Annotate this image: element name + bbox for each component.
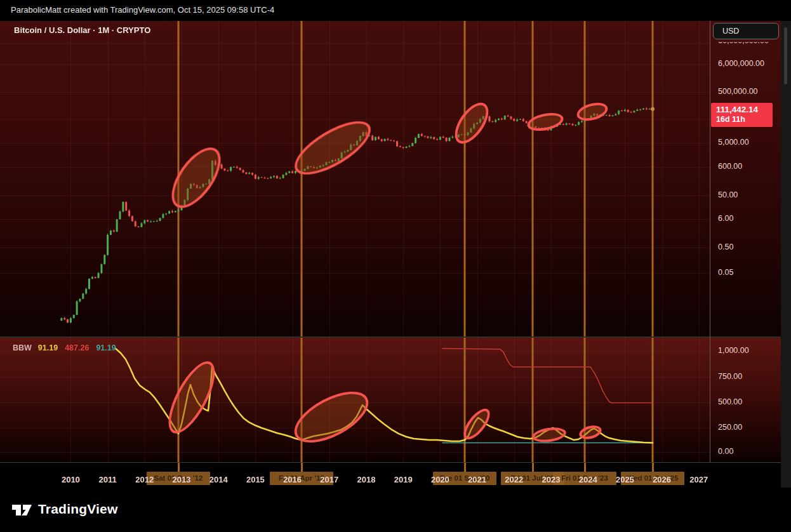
price-tick: 500,000.00	[718, 87, 758, 96]
year-label: 2025	[616, 475, 634, 484]
price-axis-separator	[710, 336, 781, 338]
year-label: 2010	[62, 475, 80, 484]
bbw-legend[interactable]: BBW91.19487.2691.19	[13, 343, 123, 352]
price-tick: 0.00	[718, 447, 733, 456]
price-tick: 6,000,000.00	[718, 59, 764, 68]
price-tick: 750.00	[718, 372, 742, 381]
year-label: 2027	[689, 475, 708, 484]
price-tick: 6.00	[718, 214, 733, 223]
attribution-bar: ParabolicMatt created with TradingView.c…	[0, 0, 791, 21]
year-label: 2013	[173, 475, 191, 484]
price-tick: 0.05	[718, 268, 733, 277]
tradingview-published-chart: ParabolicMatt created with TradingView.c…	[0, 0, 791, 532]
bar-countdown: 16d 11h	[716, 115, 773, 124]
price-tick: 500.00	[718, 397, 742, 406]
bbw-indicator-name: BBW	[13, 343, 32, 352]
year-label: 2022	[505, 475, 523, 484]
tradingview-logo-text[interactable]: TradingView	[38, 502, 118, 517]
event-line-stub	[532, 463, 534, 472]
last-price-badge: 111,442.14 16d 11h	[711, 103, 773, 127]
chart-region: Bitcoin / U.S. Dollar · 1M · CRYPTO BBW9…	[0, 21, 791, 488]
year-label: 2016	[283, 475, 302, 484]
year-label: 2011	[98, 475, 116, 484]
year-label: 2018	[357, 475, 376, 484]
tradingview-logo-icon[interactable]	[10, 498, 34, 522]
year-label: 2019	[394, 475, 413, 484]
price-tick: 1,000.00	[718, 346, 749, 355]
price-axis-main-section	[710, 21, 781, 337]
bbw-legend-value: 487.26	[65, 343, 89, 352]
year-label: 2024	[579, 475, 597, 484]
year-label: 2021	[468, 475, 486, 484]
price-tick: 250.00	[718, 423, 742, 432]
price-axis[interactable]: 60,000,000.006,000,000.00500,000.005,000…	[710, 21, 781, 488]
year-label: 2012	[135, 475, 154, 484]
year-label: 2020	[431, 475, 449, 484]
year-label: 2014	[209, 475, 228, 484]
attribution-text: ParabolicMatt created with TradingView.c…	[11, 5, 274, 15]
time-axis[interactable]: Sat 01 Dec '12Fri 01 Apr '16Tue 01 Sep '…	[0, 462, 781, 488]
main-price-pane[interactable]	[0, 21, 710, 337]
event-line-stub	[301, 463, 303, 472]
bbw-legend-value: 91.19	[38, 343, 58, 352]
event-line-stub	[584, 463, 586, 472]
price-tick: 5,000.00	[718, 138, 749, 147]
bbw-legend-value: 91.19	[96, 343, 116, 352]
event-line-stub	[464, 463, 466, 472]
event-line-stub	[178, 463, 180, 472]
year-label: 2026	[653, 475, 671, 484]
event-line-stub	[652, 463, 654, 472]
scrollbar-thumb[interactable]	[784, 27, 787, 84]
year-label: 2023	[542, 475, 561, 484]
currency-toggle-button[interactable]: USD	[713, 23, 779, 39]
price-tick: 0.50	[718, 243, 733, 251]
footer-bar: TradingView	[0, 488, 791, 532]
year-label: 2017	[320, 475, 338, 484]
price-tick-clipped: 60,000,000.00	[718, 42, 769, 46]
last-price-value: 111,442.14	[716, 105, 773, 115]
price-tick: 600.00	[718, 162, 742, 171]
price-tick: 50.00	[718, 190, 738, 199]
symbol-title[interactable]: Bitcoin / U.S. Dollar · 1M · CRYPTO	[14, 25, 150, 35]
year-label: 2015	[246, 475, 265, 484]
pane-separator[interactable]	[0, 336, 710, 338]
right-scroll-strip	[781, 21, 791, 488]
